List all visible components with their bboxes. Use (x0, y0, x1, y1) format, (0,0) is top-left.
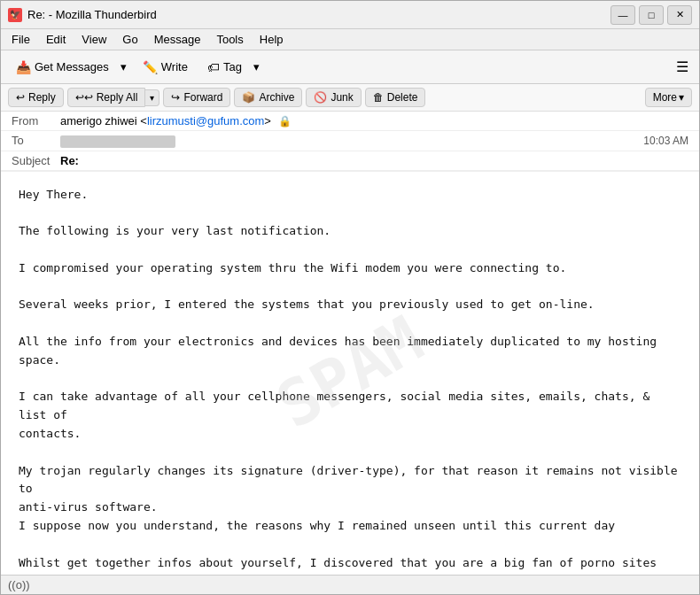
from-email-link[interactable]: lirzumusti@gufum.com (147, 114, 264, 128)
menu-go[interactable]: Go (115, 31, 144, 48)
reply-all-dropdown-arrow[interactable]: ▾ (145, 89, 159, 106)
more-arrow-icon: ▾ (679, 91, 684, 104)
menu-view[interactable]: View (74, 31, 113, 48)
to-value (60, 134, 643, 148)
menu-tools[interactable]: Tools (209, 31, 250, 48)
titlebar: 🦅 Re: - Mozilla Thunderbird — □ ✕ (1, 1, 699, 29)
email-time: 10:03 AM (643, 135, 688, 147)
reply-label: Reply (28, 91, 56, 104)
email-body-text: Hey There. The following is your very la… (19, 186, 681, 575)
from-value: amerigo zhiwei <lirzumusti@gufum.com> 🔒 (60, 114, 688, 128)
menu-help[interactable]: Help (253, 31, 291, 48)
wifi-icon: ((o)) (8, 578, 30, 591)
tag-label: Tag (223, 60, 242, 73)
archive-label: Archive (259, 91, 294, 104)
forward-label: Forward (183, 91, 222, 104)
archive-button[interactable]: 📦 Archive (234, 88, 302, 107)
menu-message[interactable]: Message (147, 31, 208, 48)
tag-button[interactable]: 🏷 Tag (199, 56, 249, 79)
subject-row: Subject Re: (1, 151, 699, 172)
menu-edit[interactable]: Edit (39, 31, 73, 48)
to-row: To 10:03 AM (1, 131, 699, 151)
delete-icon: 🗑 (373, 91, 384, 104)
get-messages-dropdown-arrow[interactable]: ▾ (116, 56, 131, 78)
write-button[interactable]: ✏️ Write (135, 56, 196, 79)
reply-icon: ↩ (16, 91, 25, 104)
email-body: SPAM Hey There. The following is your ve… (1, 172, 699, 575)
from-row: From amerigo zhiwei <lirzumusti@gufum.co… (1, 112, 699, 131)
write-icon: ✏️ (143, 60, 158, 74)
to-address-blurred (60, 135, 175, 148)
get-messages-icon: 📥 (16, 60, 31, 74)
main-toolbar: 📥 Get Messages ▾ ✏️ Write 🏷 Tag ▾ ☰ (1, 50, 699, 84)
forward-button[interactable]: ↪ Forward (163, 88, 230, 107)
reply-all-label: Reply All (97, 91, 138, 104)
write-label: Write (161, 60, 188, 73)
forward-icon: ↪ (171, 91, 180, 104)
minimize-button[interactable]: — (611, 5, 635, 25)
hamburger-menu-icon[interactable]: ☰ (673, 55, 692, 79)
subject-value: Re: (60, 154, 688, 167)
statusbar: ((o)) (1, 575, 699, 594)
get-messages-group: 📥 Get Messages ▾ (8, 56, 131, 79)
reply-all-icon: ↩↩ (75, 91, 93, 104)
close-button[interactable]: ✕ (667, 5, 692, 25)
email-security-icon: 🔒 (278, 115, 292, 128)
email-action-bar: ↩ Reply ↩↩ Reply All ▾ ↪ Forward 📦 Archi… (1, 84, 699, 112)
delete-label: Delete (387, 91, 418, 104)
more-button[interactable]: More ▾ (645, 88, 692, 107)
menu-file[interactable]: File (4, 31, 37, 48)
more-label: More (653, 91, 677, 104)
subject-label: Subject (12, 154, 60, 167)
maximize-button[interactable]: □ (639, 5, 664, 25)
get-messages-label: Get Messages (35, 60, 109, 73)
main-window: 🦅 Re: - Mozilla Thunderbird — □ ✕ File E… (0, 0, 700, 595)
delete-button[interactable]: 🗑 Delete (365, 88, 426, 107)
app-icon: 🦅 (8, 8, 22, 22)
from-label: From (12, 114, 60, 128)
window-title: Re: - Mozilla Thunderbird (27, 8, 611, 21)
junk-icon: 🚫 (314, 91, 327, 104)
reply-all-button[interactable]: ↩↩ Reply All (67, 88, 146, 107)
tag-group: 🏷 Tag ▾ (199, 56, 264, 79)
archive-icon: 📦 (242, 91, 255, 104)
junk-label: Junk (331, 91, 353, 104)
tag-icon: 🏷 (207, 60, 220, 74)
to-label: To (12, 134, 60, 147)
menubar: File Edit View Go Message Tools Help (1, 29, 699, 50)
reply-all-group: ↩↩ Reply All ▾ (67, 88, 160, 107)
window-controls: — □ ✕ (611, 5, 692, 25)
from-name: amerigo zhiwei (60, 114, 137, 128)
tag-dropdown-arrow[interactable]: ▾ (249, 56, 264, 78)
reply-button[interactable]: ↩ Reply (8, 88, 64, 107)
get-messages-button[interactable]: 📥 Get Messages (8, 56, 116, 79)
junk-button[interactable]: 🚫 Junk (306, 88, 361, 107)
